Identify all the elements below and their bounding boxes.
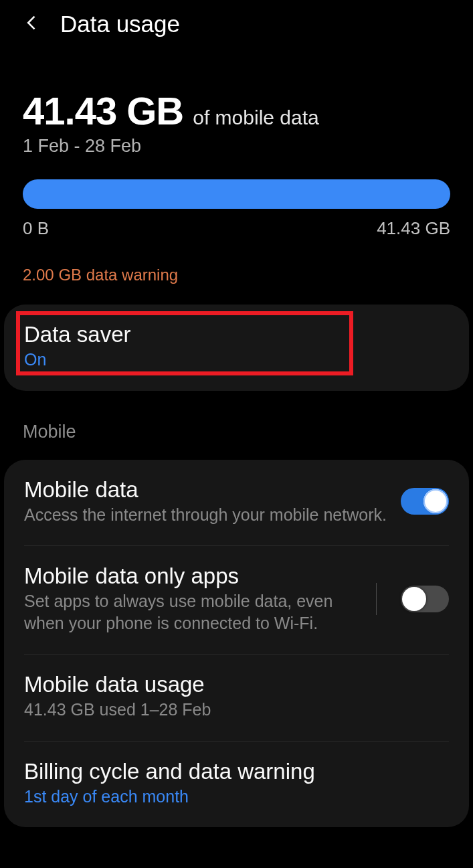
- mobile-data-item[interactable]: Mobile data Access the internet through …: [4, 460, 469, 546]
- mobile-data-usage-desc: 41.43 GB used 1–28 Feb: [24, 699, 449, 721]
- usage-bar-max: 41.43 GB: [377, 218, 450, 239]
- toggle-knob: [423, 489, 448, 513]
- mobile-data-usage-title: Mobile data usage: [24, 672, 449, 697]
- page-title: Data usage: [60, 11, 180, 37]
- usage-period: 1 Feb - 28 Feb: [23, 136, 450, 157]
- data-saver-title: Data saver: [24, 322, 449, 347]
- usage-amount: 41.43 GB: [23, 88, 183, 133]
- billing-cycle-desc: 1st day of each month: [24, 786, 449, 808]
- section-label-mobile: Mobile: [0, 391, 473, 446]
- mobile-data-usage-item[interactable]: Mobile data usage 41.43 GB used 1–28 Feb: [4, 655, 469, 741]
- usage-progress-bar[interactable]: [23, 179, 450, 209]
- usage-suffix: of mobile data: [193, 106, 318, 129]
- billing-cycle-item[interactable]: Billing cycle and data warning 1st day o…: [4, 742, 469, 828]
- usage-bar-container: 0 B 41.43 GB: [23, 179, 450, 239]
- billing-cycle-title: Billing cycle and data warning: [24, 759, 449, 784]
- data-saver-status: On: [24, 349, 449, 371]
- mobile-data-only-apps-toggle[interactable]: [401, 586, 449, 612]
- app-header: Data usage: [0, 0, 473, 48]
- data-saver-item[interactable]: Data saver On: [4, 305, 469, 391]
- mobile-data-only-apps-title: Mobile data only apps: [24, 563, 363, 589]
- back-icon[interactable]: [23, 13, 41, 35]
- mobile-data-only-apps-item[interactable]: Mobile data only apps Set apps to always…: [4, 546, 469, 654]
- mobile-data-only-apps-desc: Set apps to always use mobile data, even…: [24, 590, 363, 634]
- mobile-data-desc: Access the internet through your mobile …: [24, 504, 387, 526]
- mobile-data-title: Mobile data: [24, 477, 387, 503]
- mobile-section-card: Mobile data Access the internet through …: [4, 460, 469, 828]
- vertical-divider: [376, 583, 377, 615]
- usage-bar-min: 0 B: [23, 218, 49, 239]
- mobile-data-toggle[interactable]: [401, 488, 449, 515]
- data-warning-text: 2.00 GB data warning: [23, 266, 450, 284]
- usage-summary: 41.43 GB of mobile data 1 Feb - 28 Feb 0…: [0, 48, 473, 291]
- toggle-knob: [402, 587, 426, 611]
